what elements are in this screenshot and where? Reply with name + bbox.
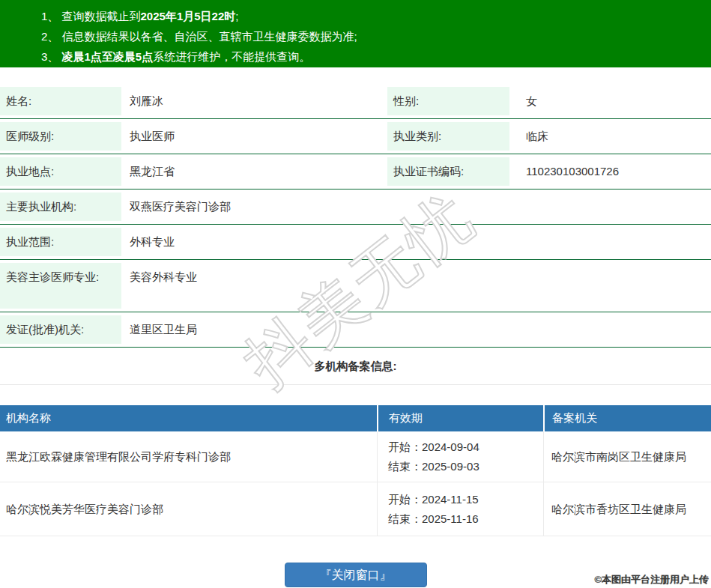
table-row-name-gender: 姓名: 刘雁冰 性别: 女 (0, 84, 711, 119)
field-value-name: 刘雁冰 (121, 84, 387, 118)
field-label-practice-location: 执业地点: (0, 157, 121, 186)
column-header-validity: 有效期 (377, 405, 543, 431)
field-value-doctor-level: 执业医师 (121, 119, 387, 154)
table-row-main-institution: 主要执业机构: 双燕医疗美容门诊部 (0, 190, 711, 225)
field-value-main-institution: 双燕医疗美容门诊部 (121, 190, 711, 224)
field-label-practice-category: 执业类别: (387, 122, 509, 151)
org-name-cell: 黑龙江欧霖健康管理有限公司学府专科门诊部 (0, 431, 377, 482)
field-value-cosmetic-specialty: 美容外科专业 (121, 260, 711, 312)
notice-text: 1、 查询数据截止到 (41, 10, 141, 22)
table-row-practice-scope: 执业范围: 外科专业 (0, 225, 711, 260)
field-label-doctor-level: 医师级别: (0, 122, 121, 151)
validity-end: 结束：2025-09-03 (388, 457, 539, 476)
close-window-button[interactable]: 『关闭窗口』 (285, 563, 427, 587)
table-row-level-category: 医师级别: 执业医师 执业类别: 临床 (0, 119, 711, 154)
notice-text: 系统进行维护，不能提供查询。 (153, 50, 310, 63)
filing-authority-cell: 哈尔滨市香坊区卫生健康局 (543, 482, 711, 536)
field-value-certificate-number: 110230103001726 (509, 154, 711, 189)
table-row: 黑龙江欧霖健康管理有限公司学府专科门诊部 开始：2024-09-04 结束：20… (0, 431, 711, 482)
field-label-main-institution: 主要执业机构: (0, 193, 121, 221)
validity-cell: 开始：2024-11-15 结束：2025-11-16 (377, 482, 543, 536)
field-value-issuing-authority: 道里区卫生局 (121, 312, 711, 347)
org-name-cell: 哈尔滨悦美芳华医疗美容门诊部 (0, 482, 377, 536)
validity-end: 结束：2025-11-16 (388, 509, 539, 529)
upload-credit-text: ©本图由平台注册用户上传 (594, 573, 709, 587)
field-value-practice-scope: 外科专业 (121, 225, 711, 259)
field-label-name: 姓名: (0, 87, 121, 115)
table-row: 哈尔滨悦美芳华医疗美容门诊部 开始：2024-11-15 结束：2025-11-… (0, 482, 711, 536)
field-value-practice-category: 临床 (509, 119, 711, 154)
column-header-filing-authority: 备案机关 (543, 405, 711, 431)
field-value-gender: 女 (509, 84, 711, 118)
filing-authority-cell: 哈尔滨市南岗区卫生健康局 (543, 431, 711, 482)
multi-org-table-header: 机构名称 有效期 备案机关 (0, 405, 711, 431)
notice-text: 2、 信息数据结果以各省、自治区、直辖市卫生健康委数据为准; (41, 30, 357, 43)
table-row-issuing-authority: 发证(批准)机关: 道里区卫生局 (0, 312, 711, 348)
field-label-gender: 性别: (387, 87, 509, 115)
multi-org-table: 机构名称 有效期 备案机关 黑龙江欧霖健康管理有限公司学府专科门诊部 开始：20… (0, 405, 711, 536)
notice-text-bold: 凌晨1点至凌晨5点 (62, 50, 154, 63)
field-label-issuing-authority: 发证(批准)机关: (0, 315, 121, 344)
multi-org-section-title: 多机构备案信息: (0, 348, 711, 385)
notice-text-bold: 2025年1月5日22时 (141, 10, 236, 22)
validity-start: 开始：2024-11-15 (388, 490, 539, 509)
notice-text: ; (235, 10, 238, 22)
field-label-certificate-number: 执业证书编码: (387, 157, 509, 186)
notice-banner: 1、 查询数据截止到2025年1月5日22时; 2、 信息数据结果以各省、自治区… (0, 0, 711, 67)
table-row-location-certificate: 执业地点: 黑龙江省 执业证书编码: 110230103001726 (0, 154, 711, 190)
field-label-practice-scope: 执业范围: (0, 228, 121, 256)
table-row-cosmetic-specialty: 美容主诊医师专业: 美容外科专业 (0, 260, 711, 312)
validity-start: 开始：2024-09-04 (388, 437, 539, 457)
notice-text: 3、 (41, 50, 62, 63)
validity-cell: 开始：2024-09-04 结束：2025-09-03 (377, 431, 543, 482)
doctor-info-table: 姓名: 刘雁冰 性别: 女 医师级别: 执业医师 执业类别: 临床 执业地点: … (0, 84, 711, 348)
column-header-org-name: 机构名称 (0, 411, 377, 425)
notice-line-2: 2、 信息数据结果以各省、自治区、直辖市卫生健康委数据为准; (41, 26, 696, 46)
notice-line-1: 1、 查询数据截止到2025年1月5日22时; (41, 6, 696, 26)
field-label-cosmetic-specialty: 美容主诊医师专业: (0, 263, 121, 309)
field-value-practice-location: 黑龙江省 (121, 154, 387, 189)
notice-line-3: 3、 凌晨1点至凌晨5点系统进行维护，不能提供查询。 (41, 46, 696, 67)
